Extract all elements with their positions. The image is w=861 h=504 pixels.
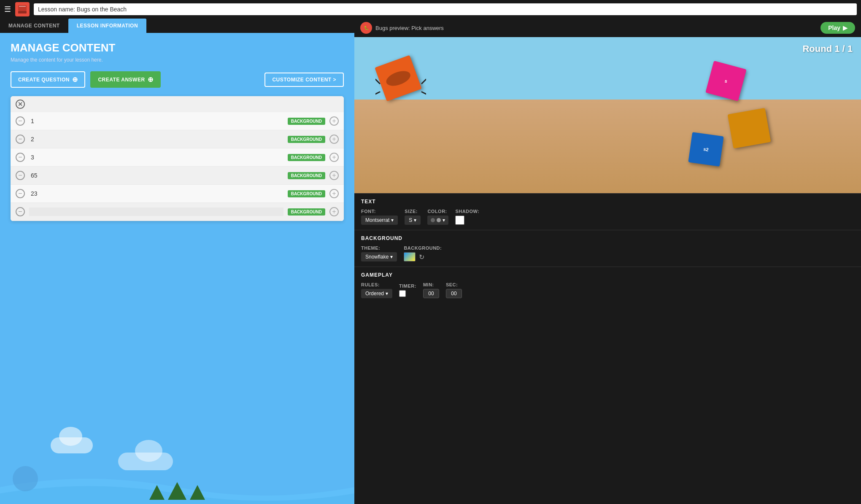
answer-row: − BACKGROUND +	[11, 203, 344, 221]
answer-input-5[interactable]	[29, 189, 283, 198]
background-badge-3[interactable]: BACKGROUND	[288, 154, 325, 161]
create-answer-icon: ⊕	[148, 75, 154, 84]
text-settings-row: FONT: Montserrat ▾ SIZE: S ▾ COLOR:	[361, 209, 854, 225]
lesson-name-input[interactable]	[34, 3, 857, 15]
bug-tile-2: s	[705, 61, 746, 101]
remove-answer-6[interactable]: −	[16, 207, 25, 216]
background-badge-4[interactable]: BACKGROUND	[288, 172, 325, 179]
text-settings: TEXT FONT: Montserrat ▾ SIZE: S ▾	[354, 193, 861, 230]
background-thumbnail[interactable]	[404, 252, 416, 261]
create-question-button[interactable]: CREATE QUESTION ⊕	[11, 71, 85, 88]
tab-bar: MANAGE CONTENT LESSON INFORMATION	[0, 19, 354, 33]
answer-row: − BACKGROUND +	[11, 112, 344, 130]
svg-line-6	[375, 92, 380, 94]
bg-label: BACKGROUND:	[404, 245, 442, 251]
size-chevron-icon: ▾	[414, 217, 416, 223]
answer-row: − BACKGROUND +	[11, 148, 344, 167]
shadow-color-swatch[interactable]	[455, 216, 464, 225]
add-row-5[interactable]: +	[329, 189, 339, 198]
add-row-6[interactable]: +	[329, 207, 339, 216]
tab-lesson-information[interactable]: LESSON INFORMATION	[68, 19, 146, 33]
lesson-logo	[15, 2, 30, 16]
background-badge-6[interactable]: BACKGROUND	[288, 208, 325, 216]
answer-row: − BACKGROUND +	[11, 130, 344, 148]
font-value: Montserrat	[365, 217, 389, 223]
bug-tile-3	[728, 108, 771, 148]
add-row-2[interactable]: +	[329, 135, 339, 144]
left-panel: MANAGE CONTENT LESSON INFORMATION MANAGE…	[0, 19, 354, 504]
background-badge-2[interactable]: BACKGROUND	[288, 136, 325, 143]
svg-line-7	[422, 79, 426, 84]
answer-header: ✕	[11, 96, 344, 112]
background-settings-row: THEME: Snowflake ▾ BACKGROUND: ↻	[361, 245, 854, 261]
answer-input-2[interactable]	[29, 135, 283, 143]
size-value: S	[409, 217, 412, 223]
color-dot-1	[431, 218, 435, 222]
page-subtitle: Manage the content for your lesson here.	[11, 57, 344, 63]
create-question-label: CREATE QUESTION	[18, 77, 70, 83]
remove-answer-2[interactable]: −	[16, 135, 25, 144]
create-answer-button[interactable]: CREATE ANSWER ⊕	[90, 71, 161, 88]
cloud-2-top	[135, 440, 162, 462]
svg-rect-1	[18, 11, 27, 13]
answer-input-1[interactable]	[29, 117, 283, 125]
round-label: Round 1 / 1	[802, 43, 853, 54]
background-badge-5[interactable]: BACKGROUND	[288, 190, 325, 197]
font-dropdown[interactable]: Montserrat ▾	[361, 216, 398, 225]
add-row-4[interactable]: +	[329, 171, 339, 180]
close-button[interactable]: ✕	[16, 100, 25, 109]
play-button[interactable]: Play ▶	[821, 22, 855, 34]
customize-content-label: CUSTOMIZE CONTENT >	[272, 77, 336, 83]
font-field: FONT: Montserrat ▾	[361, 209, 398, 225]
gameplay-settings-title: GAMEPLAY	[361, 272, 854, 278]
remove-answer-3[interactable]: −	[16, 153, 25, 162]
remove-answer-4[interactable]: −	[16, 171, 25, 180]
action-buttons: CREATE QUESTION ⊕ CREATE ANSWER ⊕ CUSTOM…	[11, 71, 344, 88]
page-title: MANAGE CONTENT	[11, 41, 344, 54]
remove-answer-1[interactable]: −	[16, 116, 25, 126]
rules-dropdown[interactable]: Ordered ▾	[361, 289, 392, 298]
background-settings-title: BACKGROUND	[361, 235, 854, 241]
size-field: SIZE: S ▾	[405, 209, 421, 225]
customize-content-button[interactable]: CUSTOMIZE CONTENT >	[265, 73, 344, 87]
rules-chevron-icon: ▾	[386, 291, 388, 296]
main-layout: MANAGE CONTENT LESSON INFORMATION MANAGE…	[0, 19, 861, 504]
trees	[149, 482, 205, 500]
decorative-circle	[13, 466, 38, 491]
size-dropdown[interactable]: S ▾	[405, 216, 421, 225]
play-label: Play	[828, 24, 840, 31]
answer-input-4[interactable]	[29, 171, 283, 180]
timer-checkbox[interactable]	[399, 290, 406, 297]
theme-chevron-icon: ▾	[390, 254, 393, 260]
bug-tile-4: s2	[688, 132, 723, 167]
theme-dropdown[interactable]: Snowflake ▾	[361, 252, 397, 261]
min-input[interactable]	[423, 289, 439, 298]
hamburger-icon[interactable]: ☰	[4, 5, 11, 14]
create-answer-label: CREATE ANSWER	[98, 77, 145, 83]
font-label: FONT:	[361, 209, 398, 214]
refresh-icon[interactable]: ↻	[419, 253, 424, 261]
add-row-1[interactable]: +	[329, 116, 339, 126]
cloud-1	[51, 437, 93, 453]
content-area: MANAGE CONTENT Manage the content for yo…	[0, 33, 354, 277]
background-badge-1[interactable]: BACKGROUND	[288, 118, 325, 125]
wave-svg	[0, 470, 354, 504]
theme-label: THEME:	[361, 245, 397, 251]
background-settings: BACKGROUND THEME: Snowflake ▾ BACKGROUND…	[354, 230, 861, 267]
sec-input[interactable]	[446, 289, 462, 298]
rules-label: RULES:	[361, 282, 392, 287]
cloud-2	[118, 453, 173, 470]
answer-input-6[interactable]	[29, 208, 283, 216]
add-row-3[interactable]: +	[329, 153, 339, 162]
timer-field: TIMER:	[399, 283, 416, 297]
color-dropdown[interactable]: ▾	[427, 216, 448, 225]
remove-answer-5[interactable]: −	[16, 189, 25, 198]
tab-manage-content[interactable]: MANAGE CONTENT	[0, 19, 68, 33]
svg-line-8	[422, 92, 426, 94]
answer-container: ✕ − BACKGROUND + − BACKGROUND + −	[11, 96, 344, 221]
gameplay-settings: GAMEPLAY RULES: Ordered ▾ TIMER: MIN:	[354, 267, 861, 303]
clouds-area	[0, 277, 354, 504]
rules-value: Ordered	[365, 291, 384, 296]
answer-input-3[interactable]	[29, 153, 283, 162]
shadow-field: SHADOW:	[455, 209, 479, 225]
